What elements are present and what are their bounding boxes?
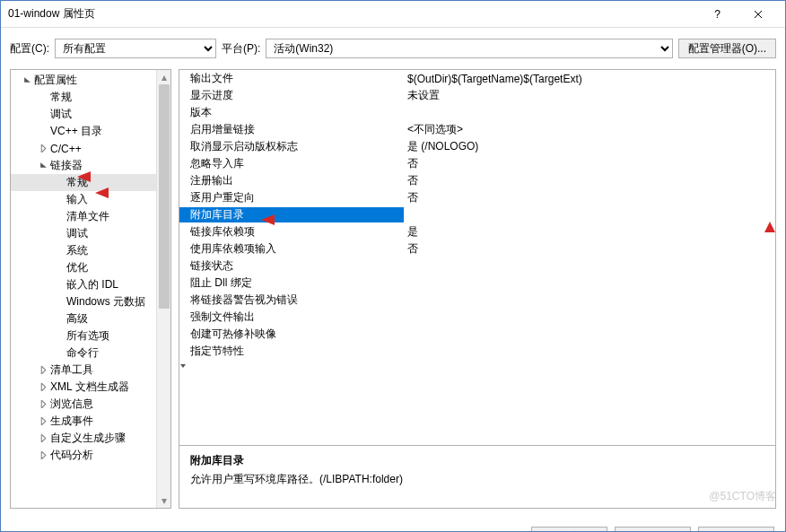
expand-icon[interactable] [54, 297, 65, 308]
tree-item[interactable]: 优化 [11, 259, 170, 276]
expand-icon[interactable] [38, 161, 48, 171]
tree-item-label: 优化 [66, 260, 88, 275]
expand-icon[interactable] [54, 280, 65, 291]
expand-icon[interactable] [38, 365, 48, 376]
tree-item[interactable]: 输入 [11, 191, 170, 208]
tree-item[interactable]: 代码分析 [11, 447, 170, 464]
expand-icon[interactable] [54, 331, 65, 342]
tree-item[interactable]: 高级 [11, 310, 170, 327]
expand-icon[interactable] [38, 433, 48, 444]
property-key: 取消显示启动版权标志 [179, 139, 404, 154]
property-row[interactable]: 注册输出否 [179, 172, 775, 189]
expand-icon[interactable] [38, 450, 48, 461]
property-row[interactable]: 取消显示启动版权标志是 (/NOLOGO) [179, 138, 775, 155]
expand-icon[interactable] [54, 263, 65, 274]
expand-icon[interactable] [38, 92, 48, 103]
property-row[interactable]: 附加库目录 [179, 206, 775, 223]
tree-item-label: 链接器 [50, 158, 83, 173]
property-value[interactable]: 是 (/NOLOGO) [404, 139, 775, 154]
property-row[interactable]: 阻止 Dll 绑定 [179, 275, 775, 292]
dropdown-button[interactable] [179, 360, 775, 372]
expand-icon[interactable] [38, 382, 48, 393]
expand-icon[interactable] [38, 144, 48, 154]
config-select[interactable]: 所有配置 [55, 39, 216, 58]
property-row[interactable]: 链接库依赖项是 [179, 223, 775, 240]
property-row[interactable]: 显示进度未设置 [179, 87, 775, 104]
chevron-down-icon [179, 362, 187, 370]
tree-item-label: 命令行 [66, 345, 99, 361]
property-row[interactable]: 链接状态 [179, 257, 775, 275]
tree-item[interactable]: 自定义生成步骤 [11, 430, 170, 447]
description-body: 允许用户重写环境库路径。(/LIBPATH:folder) [190, 472, 764, 487]
expand-icon[interactable] [38, 126, 48, 137]
property-key: 输出文件 [179, 71, 404, 86]
ok-button[interactable]: 确定 [531, 527, 607, 532]
tree-item[interactable]: 浏览信息 [11, 396, 170, 413]
expand-icon[interactable] [54, 178, 65, 188]
tree-scrollbar[interactable]: ▴ ▾ [156, 70, 170, 508]
tree-item[interactable]: Windows 元数据 [11, 293, 170, 310]
tree-item[interactable]: 命令行 [11, 344, 170, 362]
property-key: 链接状态 [179, 258, 404, 274]
scroll-up-icon[interactable]: ▴ [157, 70, 170, 84]
property-row[interactable]: 将链接器警告视为错误 [179, 292, 775, 309]
expand-icon[interactable] [38, 109, 48, 120]
property-row[interactable]: 指定节特性 [179, 343, 775, 360]
help-button[interactable]: ? [697, 1, 738, 28]
scroll-thumb[interactable] [159, 84, 170, 309]
property-row[interactable]: 使用库依赖项输入否 [179, 240, 775, 257]
tree-item[interactable]: 生成事件 [11, 413, 170, 430]
expand-icon[interactable] [54, 246, 65, 257]
tree-item[interactable]: 链接器 [11, 157, 170, 174]
tree-item[interactable]: 系统 [11, 242, 170, 259]
cancel-button[interactable]: 取消 [615, 527, 691, 532]
apply-button[interactable]: 应用(A) [698, 527, 774, 532]
property-row[interactable]: 版本 [179, 104, 775, 121]
config-manager-button[interactable]: 配置管理器(O)... [678, 39, 776, 58]
tree-item[interactable]: 常规 [11, 174, 170, 191]
tree-item[interactable]: 常规 [11, 89, 170, 106]
tree-item-label: 所有选项 [66, 328, 109, 344]
property-row[interactable]: 强制文件输出 [179, 309, 775, 326]
tree-item[interactable]: 调试 [11, 106, 170, 123]
property-value[interactable]: 否 [404, 241, 775, 257]
expand-icon[interactable] [38, 416, 48, 427]
expand-icon[interactable] [22, 75, 32, 86]
property-value[interactable]: 否 [404, 190, 775, 205]
property-row[interactable]: 创建可热修补映像 [179, 326, 775, 343]
tree-item-label: 自定义生成步骤 [50, 431, 126, 446]
tree-item[interactable]: 配置属性 [11, 72, 170, 89]
tree-item-label: 清单工具 [50, 362, 93, 378]
property-value[interactable]: 否 [404, 156, 775, 171]
close-icon [754, 10, 763, 19]
tree-item[interactable]: 所有选项 [11, 327, 170, 344]
property-value[interactable]: 否 [404, 173, 775, 188]
platform-select[interactable]: 活动(Win32) [266, 39, 672, 58]
property-row[interactable]: 启用增量链接<不同选项> [179, 121, 775, 138]
close-button[interactable] [738, 1, 778, 28]
expand-icon[interactable] [54, 212, 65, 222]
tree-item[interactable]: VC++ 目录 [11, 123, 170, 140]
property-value[interactable]: 是 [404, 224, 775, 240]
property-key: 注册输出 [179, 173, 404, 188]
tree-item[interactable]: C/C++ [11, 140, 170, 157]
tree-item[interactable]: 清单文件 [11, 208, 170, 225]
property-value[interactable]: $(OutDir)$(TargetName)$(TargetExt) [404, 73, 775, 85]
tree-item[interactable]: 嵌入的 IDL [11, 276, 170, 293]
property-value[interactable]: <不同选项> [404, 122, 775, 137]
expand-icon[interactable] [54, 348, 65, 359]
property-key: 将链接器警告视为错误 [179, 292, 404, 308]
tree-item[interactable]: 清单工具 [11, 362, 170, 379]
tree-item[interactable]: XML 文档生成器 [11, 379, 170, 396]
property-row[interactable]: 输出文件$(OutDir)$(TargetName)$(TargetExt) [179, 70, 775, 87]
property-row[interactable]: 逐用户重定向否 [179, 189, 775, 206]
property-row[interactable]: 忽略导入库否 [179, 155, 775, 172]
expand-icon[interactable] [54, 314, 65, 325]
tree-item[interactable]: 调试 [11, 225, 170, 242]
property-value[interactable]: 未设置 [404, 88, 775, 103]
expand-icon[interactable] [54, 195, 65, 205]
tree-item-label: 清单文件 [66, 209, 109, 224]
expand-icon[interactable] [54, 229, 65, 240]
expand-icon[interactable] [38, 399, 48, 410]
scroll-down-icon[interactable]: ▾ [157, 493, 170, 508]
